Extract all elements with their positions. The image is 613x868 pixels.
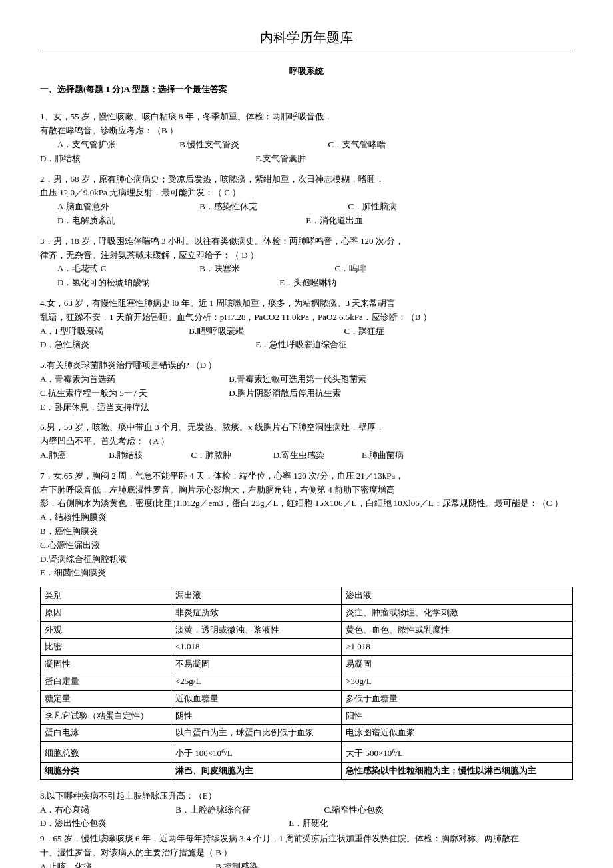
cell: 蛋白定量 bbox=[41, 673, 171, 691]
q6-optA: A.肺癌 bbox=[40, 449, 107, 463]
question-6: 6.男，50 岁，咳嗽、痰中带血 3 个月。无发热、脓痰。x 线胸片右下肺空洞性… bbox=[40, 421, 573, 462]
q3-optA: A．毛花甙 C bbox=[40, 262, 197, 276]
cell: 阴性 bbox=[171, 707, 341, 725]
q2-optB: B．感染性休克 bbox=[199, 200, 346, 214]
q4-stem2: 乱语，狂躁不安，1 天前开始昏睡。血气分析：pH7.28，PaCO2 11.0k… bbox=[40, 311, 573, 325]
table-header-row: 类别 漏出液 渗出液 bbox=[41, 587, 573, 605]
q3-optC: C．吗啡 bbox=[335, 263, 367, 273]
q5-stem: 5.有关肺炎球菌肺炎治疗哪项是错误的? （D ） bbox=[40, 359, 573, 373]
q2-stem1: 2．男，68 岁，原有肺心病病史；受凉后发热，咳脓痰，紫绀加重，次日神志模糊，嗜… bbox=[40, 173, 573, 187]
cell: 阳性 bbox=[342, 707, 573, 725]
q2-optA: A.脑血管意外 bbox=[40, 200, 197, 214]
q9-optB: B.控制感染 bbox=[215, 861, 258, 868]
cell: 炎症、肿瘤或物理、化学刺激 bbox=[342, 604, 573, 621]
th-2: 渗出液 bbox=[342, 587, 573, 605]
table-row: 细胞总数小于 100×10⁶/L大于 500×10⁶/L bbox=[41, 745, 573, 763]
q3-optB: B．呋塞米 bbox=[199, 262, 332, 276]
cell: <1.018 bbox=[171, 639, 341, 656]
q5-optE: E．卧床休息，适当支持疗法 bbox=[40, 401, 573, 415]
q7-optE: E．细菌性胸膜炎 bbox=[40, 566, 573, 580]
cell: 急性感染以中性粒细胞为主；慢性以淋巴细胞为主 bbox=[342, 763, 573, 780]
q3-optE: E．头孢唑啉钠 bbox=[279, 277, 336, 287]
q3-stem1: 3．男，18 岁，呼吸困难伴喘鸣 3 小时。以往有类似病史。体检：两肺哮鸣音，心… bbox=[40, 235, 573, 249]
q4-optB: B.Ⅱ型呼吸衰竭 bbox=[189, 325, 342, 339]
cell: 李凡它试验（粘蛋白定性） bbox=[41, 707, 171, 725]
q8-stem: 8.以下哪种疾病不引起上肢静脉压升高：（E） bbox=[40, 789, 573, 803]
table-row-bold: 细胞分类淋巴、间皮细胞为主急性感染以中性粒细胞为主；慢性以淋巴细胞为主 bbox=[41, 763, 573, 780]
table-row: 比密<1.018>1.018 bbox=[41, 639, 573, 656]
title-underline bbox=[40, 51, 573, 51]
cell: 细胞总数 bbox=[41, 745, 171, 763]
q7-stem2: 右下肺呼吸音低，左肺底湿性罗音。胸片示心影增大，左肋膈角钝，右侧第 4 前肋下密… bbox=[40, 483, 573, 497]
q5-optC: C.抗生素疗程一般为 5一7 天 bbox=[40, 387, 227, 401]
q1-optC: C．支气管哮喘 bbox=[328, 139, 386, 149]
section-heading-text: 一、选择题(每题 1 分)A 型题：选择一个最佳答案 bbox=[40, 84, 227, 94]
th-0: 类别 bbox=[41, 587, 171, 605]
q1-optA: A．支气管扩张 bbox=[40, 138, 177, 152]
question-2: 2．男，68 岁，原有肺心病病史；受凉后发热，咳脓痰，紫绀加重，次日神志模糊，嗜… bbox=[40, 173, 573, 228]
cell: 以白蛋白为主，球蛋白比例低于血浆 bbox=[171, 725, 341, 742]
section-heading: 一、选择题(每题 1 分)A 型题：选择一个最佳答案 bbox=[40, 83, 573, 97]
cell: 细胞分类 bbox=[41, 763, 171, 780]
q2-optE: E．消化道出血 bbox=[306, 215, 363, 225]
q6-stem1: 6.男，50 岁，咳嗽、痰中带血 3 个月。无发热、脓痰。x 线胸片右下肺空洞性… bbox=[40, 421, 573, 435]
cell: <25g/L bbox=[171, 673, 341, 691]
q8-optE: E．肝硬化 bbox=[289, 818, 328, 828]
q2-optD: D．电解质紊乱 bbox=[40, 214, 304, 228]
cell: 凝固性 bbox=[41, 656, 171, 673]
cell: 淡黄，透明或微浊、浆液性 bbox=[171, 621, 341, 639]
q5-optA: A．青霉素为首选药 bbox=[40, 373, 227, 387]
cell: 比密 bbox=[41, 639, 171, 656]
table-row: 蛋白定量<25g/L>30g/L bbox=[41, 673, 573, 691]
q8-optC: C.缩窄性心包炎 bbox=[324, 805, 384, 815]
cell: >30g/L bbox=[342, 673, 573, 691]
cell: 蛋白电泳 bbox=[41, 725, 171, 742]
q1-stem2: 有散在哮鸣音。诊断应考虑：（B ） bbox=[40, 124, 573, 138]
q7-stem3: 影，右侧胸水为淡黄色，密度(比重)1.012g／em3，蛋白 23g／L，红细胞… bbox=[40, 497, 573, 511]
question-4: 4.女，63 岁，有慢性阻塞性肺病史 l0 年。近 1 周咳嗽加重，痰多，为粘稠… bbox=[40, 297, 573, 352]
q4-optD: D．急性脑炎 bbox=[40, 338, 253, 352]
question-7: 7．女.65 岁，胸闷 2 周，气急不能平卧 4 天，体检：端坐位，心率 120… bbox=[40, 469, 573, 580]
q1-optE: E.支气管囊肿 bbox=[255, 153, 306, 163]
q9-stem2: 干、湿性罗音。对该病人的主要治疗措施是（ B ） bbox=[40, 846, 573, 860]
q8-optA: A．右心衰竭 bbox=[40, 803, 173, 817]
q2-optC: C．肺性脑病 bbox=[348, 201, 398, 211]
cell: 多低于血糖量 bbox=[342, 690, 573, 707]
q7-optB: B．癌性胸膜炎 bbox=[40, 525, 573, 539]
q5-optB: B.青霉素过敏可选用第一代头孢菌素 bbox=[229, 374, 366, 384]
q8-optB: B．上腔静脉综合征 bbox=[175, 803, 322, 817]
question-1: 1、女，55 岁，慢性咳嗽、咳白粘痰 8 年，冬季加重。体检：两肺呼吸音低， 有… bbox=[40, 110, 573, 165]
q6-stem2: 内壁凹凸不平。首先考虑：（A ） bbox=[40, 435, 573, 449]
th-1: 漏出液 bbox=[171, 587, 341, 605]
table-row: 外观淡黄，透明或微浊、浆液性黄色、血色、脓性或乳糜性 bbox=[41, 621, 573, 639]
cell: 糖定量 bbox=[41, 690, 171, 707]
q9-stem1: 9．65 岁，慢性咳嗽咳痰 6 年，近两年每年持续发病 3-4 个月，1 周前受… bbox=[40, 832, 573, 846]
table-row: 凝固性不易凝固易凝固 bbox=[41, 656, 573, 673]
q5-optD: D.胸片阴影消散后停用抗生素 bbox=[229, 388, 341, 398]
question-3: 3．男，18 岁，呼吸困难伴喘鸣 3 小时。以往有类似病史。体检：两肺哮鸣音，心… bbox=[40, 235, 573, 290]
cell: 小于 100×10⁶/L bbox=[171, 745, 341, 763]
cell: 易凝固 bbox=[342, 656, 573, 673]
q7-optA: A．结核性胸膜炎 bbox=[40, 511, 573, 525]
q7-optD: D.肾病综合征胸腔积液 bbox=[40, 553, 573, 567]
table-row: 原因非炎症所致炎症、肿瘤或物理、化学刺激 bbox=[41, 604, 573, 621]
cell: >1.018 bbox=[342, 639, 573, 656]
q3-optD: D．氢化可的松琥珀酸钠 bbox=[40, 276, 277, 290]
question-8: 8.以下哪种疾病不引起上肢静脉压升高：（E） A．右心衰竭 B．上腔静脉综合征 … bbox=[40, 789, 573, 831]
q1-optD: D．肺结核 bbox=[40, 152, 253, 166]
question-5: 5.有关肺炎球菌肺炎治疗哪项是错误的? （D ） A．青霉素为首选药 B.青霉素… bbox=[40, 359, 573, 414]
q4-stem1: 4.女，63 岁，有慢性阻塞性肺病史 l0 年。近 1 周咳嗽加重，痰多，为粘稠… bbox=[40, 297, 573, 311]
q6-optE: E.肺曲菌病 bbox=[362, 450, 404, 460]
table-row: 糖定量近似血糖量多低于血糖量 bbox=[41, 690, 573, 707]
q4-optE: E．急性呼吸窘迫综合征 bbox=[255, 339, 347, 349]
q3-stem2: 律齐，无杂音。注射氨茶碱未缓解，应立即给予：（ D ） bbox=[40, 249, 573, 263]
page-title: 内科学历年题库 bbox=[40, 27, 573, 48]
q6-optC: C．肺脓肿 bbox=[191, 449, 271, 463]
q1-optB: B.慢性支气管炎 bbox=[179, 138, 326, 152]
cell: 近似血糖量 bbox=[171, 690, 341, 707]
q9-optA: A.止咳，化痰 bbox=[40, 860, 213, 868]
table-row: 蛋白电泳以白蛋白为主，球蛋白比例低于血浆电泳图谱近似血浆 bbox=[41, 725, 573, 742]
cell: 黄色、血色、脓性或乳糜性 bbox=[342, 621, 573, 639]
q2-stem2: 血压 12.0／9.0kPa 无病理反射，最可能并发：（ C ） bbox=[40, 186, 573, 200]
cell: 大于 500×10⁶/L bbox=[342, 745, 573, 763]
